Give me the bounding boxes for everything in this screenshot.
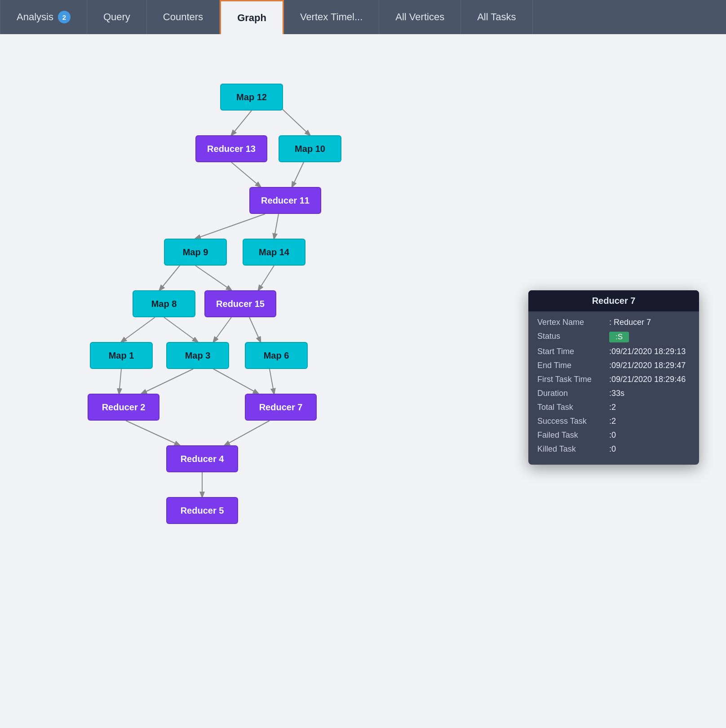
tooltip-success-task-label: Success Task <box>537 417 609 426</box>
svg-line-8 <box>164 317 198 342</box>
svg-line-13 <box>142 369 193 394</box>
node-reducer15-label: Reducer 15 <box>216 299 265 309</box>
node-map10-label: Map 10 <box>295 144 325 154</box>
node-reducer5[interactable]: Reducer 5 <box>166 497 238 524</box>
tab-vertex-timeline-label: Vertex Timel... <box>300 11 363 23</box>
tab-query-label: Query <box>103 11 130 23</box>
tooltip-killed-task-label: Killed Task <box>537 444 609 454</box>
svg-line-6 <box>258 266 274 290</box>
tooltip-end-time-value: :09/21/2020 18:29:47 <box>609 361 686 370</box>
node-reducer15[interactable]: Reducer 15 <box>204 290 276 317</box>
tooltip-success-task-value: :2 <box>609 417 616 426</box>
tooltip-failed-task-value: :0 <box>609 431 616 440</box>
node-map12-label: Map 12 <box>236 92 267 102</box>
node-reducer11-label: Reducer 11 <box>261 195 310 206</box>
graph-area: Map 12 Reducer 13 Map 10 Reducer 11 Map … <box>0 34 726 728</box>
node-map9-label: Map 9 <box>183 247 208 257</box>
tooltip-vertex-name-value: : Reducer 7 <box>609 318 651 327</box>
tooltip-failed-task-row: Failed Task :0 <box>537 431 690 440</box>
tooltip-body: Vertex Name : Reducer 7 Status :S Start … <box>528 311 699 465</box>
node-map8-label: Map 8 <box>151 299 177 309</box>
tooltip-start-time-value: :09/21/2020 18:29:13 <box>609 347 686 356</box>
tooltip-start-time-label: Start Time <box>537 347 609 356</box>
tooltip-status-label: Status <box>537 332 609 341</box>
node-reducer13-label: Reducer 13 <box>207 144 256 154</box>
tooltip-panel: Reducer 7 Vertex Name : Reducer 7 Status… <box>528 290 699 465</box>
node-reducer7-label: Reducer 7 <box>259 402 303 413</box>
tooltip-title: Reducer 7 <box>528 290 699 311</box>
tooltip-duration-label: Duration <box>537 389 609 398</box>
svg-line-12 <box>119 369 121 394</box>
tooltip-first-task-row: First Task Time :09/21/2020 18:29:46 <box>537 375 690 384</box>
tooltip-first-task-label: First Task Time <box>537 375 609 384</box>
tooltip-status-value: :S <box>609 332 629 342</box>
tooltip-failed-task-label: Failed Task <box>537 431 609 440</box>
svg-line-5 <box>195 266 231 290</box>
tooltip-vertex-name-row: Vertex Name : Reducer 7 <box>537 318 690 327</box>
tooltip-first-task-value: :09/21/2020 18:29:46 <box>609 375 686 384</box>
tooltip-killed-task-row: Killed Task :0 <box>537 444 690 454</box>
node-map10[interactable]: Map 10 <box>279 135 341 162</box>
node-map1[interactable]: Map 1 <box>90 342 153 369</box>
tab-graph[interactable]: Graph <box>220 0 284 34</box>
tab-vertex-timeline[interactable]: Vertex Timel... <box>284 0 379 34</box>
tooltip-status-row: Status :S <box>537 332 690 342</box>
tooltip-success-task-row: Success Task :2 <box>537 417 690 426</box>
node-reducer4[interactable]: Reducer 4 <box>166 445 238 472</box>
tooltip-total-task-row: Total Task :2 <box>537 403 690 412</box>
node-map8[interactable]: Map 8 <box>133 290 195 317</box>
tooltip-start-time-row: Start Time :09/21/2020 18:29:13 <box>537 347 690 356</box>
svg-line-0 <box>231 111 252 135</box>
svg-line-3 <box>195 214 265 239</box>
node-reducer2[interactable]: Reducer 2 <box>88 394 159 421</box>
tab-all-vertices[interactable]: All Vertices <box>379 0 461 34</box>
svg-line-7 <box>121 317 155 342</box>
tooltip-end-time-row: End Time :09/21/2020 18:29:47 <box>537 361 690 370</box>
tab-graph-label: Graph <box>237 12 266 24</box>
tooltip-killed-task-value: :0 <box>609 444 616 454</box>
tooltip-total-task-value: :2 <box>609 403 616 412</box>
tooltip-vertex-name-label: Vertex Name <box>537 318 609 327</box>
svg-line-16 <box>126 421 180 445</box>
node-reducer2-label: Reducer 2 <box>102 402 146 413</box>
tab-all-tasks-label: All Tasks <box>477 11 516 23</box>
tooltip-end-time-label: End Time <box>537 361 609 370</box>
tooltip-duration-value: :33s <box>609 389 624 398</box>
svg-line-10 <box>249 317 261 342</box>
node-map14-label: Map 14 <box>259 247 289 257</box>
node-reducer11[interactable]: Reducer 11 <box>249 187 321 214</box>
tab-analysis-label: Analysis <box>17 11 53 23</box>
node-reducer5-label: Reducer 5 <box>181 506 224 516</box>
analysis-badge: 2 <box>58 11 71 23</box>
node-reducer13[interactable]: Reducer 13 <box>195 135 267 162</box>
node-map9[interactable]: Map 9 <box>164 239 227 266</box>
node-reducer4-label: Reducer 4 <box>181 454 224 464</box>
node-map3[interactable]: Map 3 <box>166 342 229 369</box>
tab-all-tasks[interactable]: All Tasks <box>461 0 532 34</box>
node-map3-label: Map 3 <box>185 351 211 361</box>
svg-line-15 <box>213 369 258 394</box>
node-map6[interactable]: Map 6 <box>245 342 308 369</box>
node-map6-label: Map 6 <box>264 351 289 361</box>
tab-all-vertices-label: All Vertices <box>395 11 444 23</box>
tooltip-total-task-label: Total Task <box>537 403 609 412</box>
svg-line-9 <box>213 317 231 342</box>
svg-line-17 <box>225 421 270 445</box>
tab-counters[interactable]: Counters <box>147 0 220 34</box>
tab-counters-label: Counters <box>163 11 203 23</box>
node-map1-label: Map 1 <box>109 351 134 361</box>
node-reducer7[interactable]: Reducer 7 <box>245 394 317 421</box>
tab-query[interactable]: Query <box>87 0 147 34</box>
svg-line-4 <box>274 214 279 239</box>
tab-analysis[interactable]: Analysis 2 <box>0 0 87 34</box>
svg-line-2 <box>231 162 261 187</box>
node-map14[interactable]: Map 14 <box>243 239 305 266</box>
nav-bar: Analysis 2 Query Counters Graph Vertex T… <box>0 0 726 34</box>
node-map12[interactable]: Map 12 <box>220 84 283 111</box>
svg-line-11 <box>159 266 180 290</box>
tooltip-duration-row: Duration :33s <box>537 389 690 398</box>
svg-line-14 <box>270 369 274 394</box>
